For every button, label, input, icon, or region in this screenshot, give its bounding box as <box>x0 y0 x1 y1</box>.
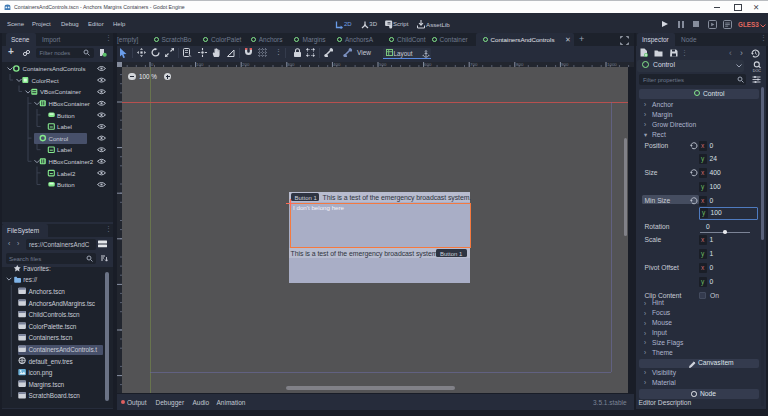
svg-text:DOC: DOC <box>753 68 761 72</box>
